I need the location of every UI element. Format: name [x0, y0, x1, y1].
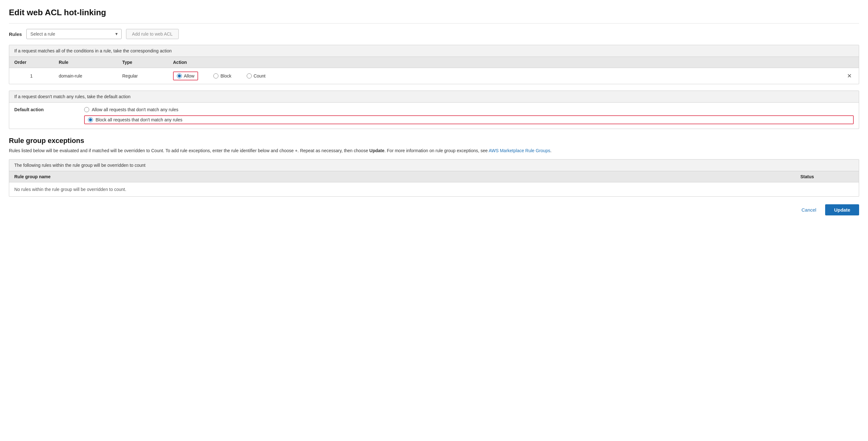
default-action-row: Default action Allow all requests that d…: [9, 102, 859, 129]
action-option-highlight-allow: Allow: [173, 71, 198, 80]
default-action-table: Default action Allow all requests that d…: [9, 102, 859, 129]
col-type-header: Type: [117, 57, 168, 68]
action-radio-allow[interactable]: [177, 74, 182, 79]
action-label-block: Block: [213, 74, 231, 79]
action-label-count: Count: [247, 74, 266, 79]
allow-default-radio[interactable]: [84, 107, 89, 112]
add-rule-button[interactable]: Add rule to web ACL: [126, 29, 179, 39]
action-cell: AllowBlockCount: [168, 68, 840, 84]
block-default-radio[interactable]: [88, 117, 93, 122]
rule-group-title: Rule group exceptions: [9, 137, 859, 145]
conditions-section: If a request matches all of the conditio…: [9, 45, 859, 84]
action-option-count: Count: [247, 74, 266, 79]
aws-marketplace-link[interactable]: AWS Marketplace Rule Groups: [489, 148, 550, 153]
rule-group-table: Rule group name Status No rules within t…: [9, 171, 859, 196]
action-text-block: Block: [220, 74, 231, 79]
cancel-button[interactable]: Cancel: [798, 205, 820, 215]
block-default-label: Block all requests that don't match any …: [96, 117, 182, 122]
rule-group-section-box: The following rules within the rule grou…: [9, 159, 859, 197]
default-action-header: If a request doesn't match any rules, ta…: [9, 91, 859, 102]
rule-cell: domain-rule: [54, 68, 117, 84]
remove-rule-button[interactable]: ✕: [845, 72, 854, 80]
rules-row: Rules Select a rule ▼ Add rule to web AC…: [9, 29, 859, 39]
table-row: 1domain-ruleRegularAllowBlockCount✕: [9, 68, 859, 84]
conditions-header: If a request matches all of the conditio…: [9, 45, 859, 57]
action-label-allow: Allow: [177, 74, 194, 79]
col-rule-header: Rule: [54, 57, 117, 68]
action-options: AllowBlockCount: [173, 71, 835, 80]
col-order-header: Order: [9, 57, 54, 68]
rule-group-desc: Rules listed below will be evaluated and…: [9, 147, 859, 154]
col-rule-group-name-header: Rule group name: [9, 171, 795, 182]
conditions-table: Order Rule Type Action 1domain-ruleRegul…: [9, 57, 859, 84]
allow-default-label: Allow all requests that don't match any …: [92, 107, 179, 112]
update-button[interactable]: Update: [825, 204, 859, 215]
action-text-count: Count: [254, 74, 266, 79]
default-action-options-cell: Allow all requests that don't match any …: [79, 102, 859, 129]
rule-select-wrapper: Select a rule ▼: [26, 29, 122, 39]
rule-group-empty-row: No rules within the rule group will be o…: [9, 182, 859, 197]
default-action-label: Default action: [9, 102, 79, 129]
rule-group-empty-message: No rules within the rule group will be o…: [9, 182, 859, 197]
order-cell: 1: [9, 68, 54, 84]
remove-cell: ✕: [840, 68, 859, 84]
action-text-allow: Allow: [184, 74, 194, 79]
default-action-options: Allow all requests that don't match any …: [84, 107, 854, 124]
page-title: Edit web ACL hot-linking: [9, 8, 859, 18]
default-action-section: If a request doesn't match any rules, ta…: [9, 91, 859, 129]
type-cell: Regular: [117, 68, 168, 84]
action-option-block: Block: [213, 74, 231, 79]
rule-select[interactable]: Select a rule: [26, 29, 122, 39]
block-option-highlight: Block all requests that don't match any …: [84, 115, 854, 124]
action-radio-block[interactable]: [213, 74, 218, 79]
rule-group-table-header: The following rules within the rule grou…: [9, 159, 859, 171]
rules-label: Rules: [9, 31, 22, 37]
allow-option-row: Allow all requests that don't match any …: [84, 107, 854, 112]
col-remove-header: [840, 57, 859, 68]
col-action-header: Action: [168, 57, 840, 68]
bottom-actions: Cancel Update: [9, 204, 859, 215]
action-radio-count[interactable]: [247, 74, 252, 79]
block-option-row: Block all requests that don't match any …: [88, 117, 182, 122]
col-status-header: Status: [795, 171, 859, 182]
